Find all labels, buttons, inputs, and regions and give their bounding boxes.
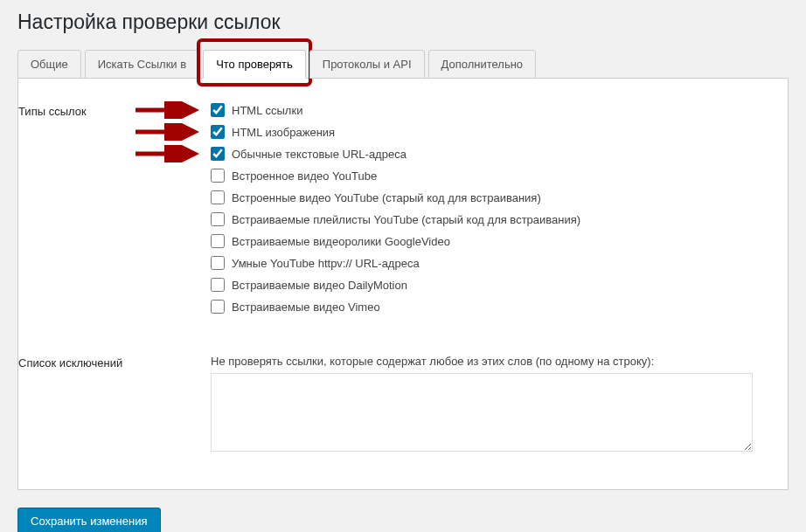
settings-panel: Типы ссылок HTML ссылкиHTML изображенияО…: [17, 78, 789, 490]
link-type-label[interactable]: HTML изображения: [232, 126, 335, 139]
link-type-option: Встраиваемые плейлисты YouTube (старый к…: [211, 212, 770, 226]
link-type-option: HTML ссылки: [211, 103, 770, 117]
link-type-label[interactable]: Обычные текстовые URL-адреса: [232, 148, 406, 161]
link-type-option: Обычные текстовые URL-адреса: [211, 147, 770, 161]
link-type-label[interactable]: Встроенное видео YouTube: [232, 169, 377, 183]
link-type-option: Встраиваемые видео Vimeo: [211, 300, 770, 314]
nav-tabs: Общие Искать Ссылки в Что проверять Прот…: [17, 50, 789, 79]
link-type-option: Встраиваемые видео DailyMotion: [211, 278, 770, 292]
tab-protocols-api[interactable]: Протоколы и API: [309, 50, 425, 79]
link-type-option: Встраиваемые видеоролики GoogleVideo: [211, 234, 770, 248]
link-type-label[interactable]: Умные YouTube httpv:// URL-адреса: [232, 257, 420, 270]
link-type-checkbox[interactable]: [211, 190, 225, 204]
link-type-checkbox[interactable]: [211, 169, 225, 183]
link-type-option: Встроенные видео YouTube (старый код для…: [211, 190, 770, 204]
exclusions-description: Не проверять ссылки, которые содержат лю…: [211, 355, 770, 368]
link-type-checkbox[interactable]: [211, 125, 225, 139]
arrow-icon: [134, 101, 202, 119]
link-type-option: Умные YouTube httpv:// URL-адреса: [211, 256, 770, 270]
link-type-checkbox[interactable]: [211, 103, 225, 117]
link-type-checkbox[interactable]: [211, 147, 225, 161]
tab-advanced[interactable]: Дополнительно: [428, 50, 537, 79]
tab-general[interactable]: Общие: [17, 50, 81, 79]
link-type-label[interactable]: Встраиваемые плейлисты YouTube (старый к…: [232, 213, 580, 226]
exclusions-heading: Список исключений: [18, 348, 211, 378]
link-type-checkbox[interactable]: [211, 300, 225, 314]
link-type-option: Встроенное видео YouTube: [211, 169, 770, 183]
link-type-checkbox[interactable]: [211, 278, 225, 292]
arrow-icon: [134, 145, 202, 162]
link-type-label[interactable]: Встраиваемые видео DailyMotion: [232, 279, 407, 292]
link-type-checkbox[interactable]: [211, 256, 225, 270]
page-title: Настройка проверки ссылок: [17, 9, 789, 34]
link-type-label[interactable]: Встроенные видео YouTube (старый код для…: [232, 191, 541, 204]
tab-label: Что проверять: [216, 58, 293, 71]
link-type-label[interactable]: Встраиваемые видеоролики GoogleVideo: [232, 235, 450, 248]
link-type-checkbox[interactable]: [211, 234, 225, 248]
link-type-checkbox[interactable]: [211, 212, 225, 226]
exclusions-textarea[interactable]: [211, 373, 753, 452]
arrow-icon: [134, 123, 202, 141]
save-button[interactable]: Сохранить изменения: [17, 508, 161, 532]
link-types-options: HTML ссылкиHTML изображенияОбычные текст…: [211, 96, 770, 321]
link-type-label[interactable]: HTML ссылки: [232, 104, 302, 117]
tab-search-links-in[interactable]: Искать Ссылки в: [85, 50, 199, 79]
link-type-label[interactable]: Встраиваемые видео Vimeo: [232, 301, 380, 314]
tab-what-to-check[interactable]: Что проверять: [203, 50, 306, 79]
link-type-option: HTML изображения: [211, 125, 770, 139]
